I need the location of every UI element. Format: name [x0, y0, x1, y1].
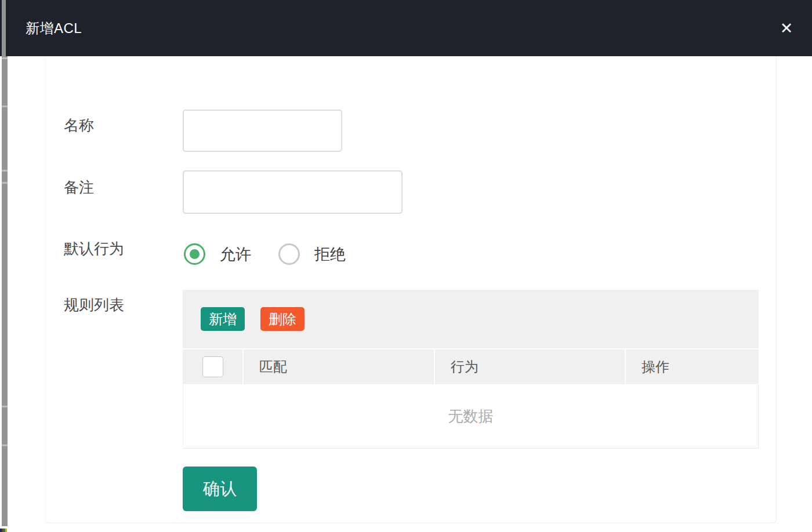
radio-allow-label: 允许: [220, 244, 251, 265]
column-header-operation: 操作: [626, 349, 759, 384]
column-header-match: 匹配: [244, 349, 434, 384]
strip-divider: [2, 57, 8, 59]
default-action-radio-group: 允许 拒绝: [184, 243, 346, 265]
radio-circle-icon: [278, 243, 300, 265]
default-action-label: 默认行为: [64, 239, 124, 259]
dialog-title: 新增ACL: [26, 19, 82, 38]
strip-divider: [2, 182, 8, 184]
dialog-header: 新增ACL ✕: [6, 0, 812, 56]
underlying-page-color-artifact: [0, 529, 7, 532]
radio-deny-label: 拒绝: [314, 244, 346, 265]
strip-divider: [2, 105, 8, 107]
add-rule-button[interactable]: 新增: [201, 307, 245, 331]
name-field-label: 名称: [64, 115, 94, 136]
column-header-action: 行为: [435, 349, 625, 384]
remark-field-label: 备注: [64, 177, 94, 198]
rules-toolbar: 新增 删除: [183, 290, 759, 348]
strip-divider: [2, 406, 8, 407]
select-all-cell: [183, 349, 242, 384]
name-input[interactable]: [183, 110, 342, 152]
delete-rule-button[interactable]: 删除: [260, 307, 304, 331]
radio-deny[interactable]: 拒绝: [278, 243, 346, 265]
confirm-button[interactable]: 确认: [183, 467, 257, 511]
remark-input[interactable]: [183, 170, 403, 214]
radio-circle-icon: [184, 243, 205, 265]
close-icon[interactable]: ✕: [774, 16, 799, 41]
radio-allow[interactable]: 允许: [184, 243, 251, 265]
strip-divider: [2, 170, 8, 172]
select-all-checkbox[interactable]: [202, 356, 223, 377]
empty-state-text: 无数据: [183, 384, 759, 449]
underlying-page-scroll-strip: [2, 0, 8, 526]
strip-divider: [2, 444, 8, 446]
rules-table: 新增 删除 匹配 行为 操作 无数据: [183, 290, 759, 449]
rules-list-label: 规则列表: [64, 295, 124, 315]
rules-table-header: 匹配 行为 操作: [183, 349, 759, 384]
